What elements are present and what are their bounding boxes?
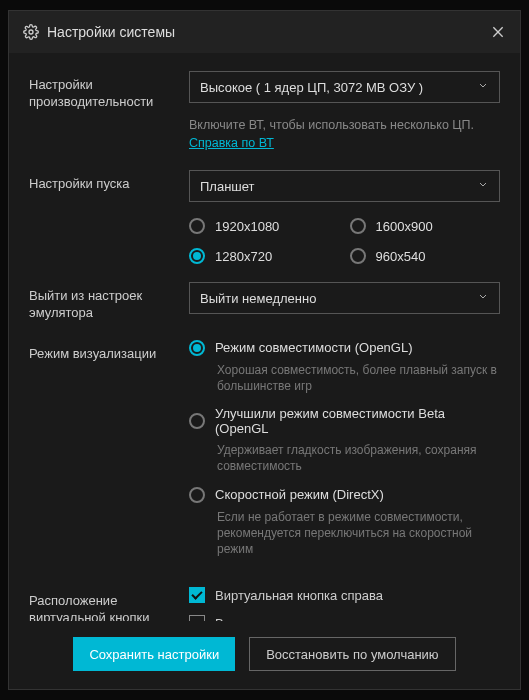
perf-select-value: Высокое ( 1 ядер ЦП, 3072 МВ ОЗУ ) bbox=[200, 80, 423, 95]
resolution-radio[interactable]: 1280x720 bbox=[189, 248, 340, 264]
reset-button[interactable]: Восстановить по умолчанию bbox=[249, 637, 455, 671]
chevron-down-icon bbox=[477, 179, 489, 194]
vis-radio[interactable]: Режим совместимости (OpenGL) bbox=[189, 340, 500, 356]
radio-icon bbox=[189, 248, 205, 264]
vt-help-link[interactable]: Справка по ВТ bbox=[189, 136, 274, 150]
footer: Сохранить настройки Восстановить по умол… bbox=[9, 621, 520, 689]
settings-body: Настройки производительности Высокое ( 1… bbox=[9, 53, 520, 621]
vis-option-hint: Хорошая совместимость, более плавный зап… bbox=[217, 362, 500, 394]
radio-icon bbox=[189, 413, 205, 429]
exit-label: Выйти из настроек эмулятора bbox=[29, 282, 189, 322]
window-title: Настройки системы bbox=[47, 24, 490, 40]
chevron-down-icon bbox=[477, 291, 489, 306]
perf-select[interactable]: Высокое ( 1 ядер ЦП, 3072 МВ ОЗУ ) bbox=[189, 71, 500, 103]
titlebar: Настройки системы bbox=[9, 11, 520, 53]
vis-group: Режим совместимости (OpenGL)Хорошая совм… bbox=[189, 340, 500, 569]
gear-icon bbox=[23, 24, 39, 40]
exit-select[interactable]: Выйти немедленно bbox=[189, 282, 500, 314]
vis-radio[interactable]: Улучшили режим совместимости Beta (OpenG… bbox=[189, 406, 500, 436]
radio-icon bbox=[189, 218, 205, 234]
vbtn-right-label: Виртуальная кнопка справа bbox=[215, 588, 383, 603]
save-button[interactable]: Сохранить настройки bbox=[73, 637, 235, 671]
vis-option-label: Улучшили режим совместимости Beta (OpenG… bbox=[215, 406, 500, 436]
radio-icon bbox=[350, 218, 366, 234]
checkbox-icon bbox=[189, 587, 205, 603]
vbtn-label: Расположение виртуальной кнопки bbox=[29, 587, 189, 621]
vis-option-hint: Если не работает в режиме совместимости,… bbox=[217, 509, 500, 558]
exit-select-value: Выйти немедленно bbox=[200, 291, 316, 306]
resolution-label: 1600x900 bbox=[376, 219, 433, 234]
launch-label: Настройки пуска bbox=[29, 170, 189, 193]
radio-icon bbox=[189, 487, 205, 503]
vbtn-right-checkbox[interactable]: Виртуальная кнопка справа bbox=[189, 587, 500, 603]
radio-icon bbox=[189, 340, 205, 356]
close-button[interactable] bbox=[490, 24, 506, 40]
perf-label: Настройки производительности bbox=[29, 71, 189, 111]
launch-select-value: Планшет bbox=[200, 179, 255, 194]
settings-window: Настройки системы Настройки производител… bbox=[8, 10, 521, 690]
chevron-down-icon bbox=[477, 80, 489, 95]
resolution-grid: 1920x10801600x9001280x720960x540 bbox=[189, 218, 500, 264]
resolution-label: 1280x720 bbox=[215, 249, 272, 264]
vis-option-hint: Удерживает гладкость изображения, сохран… bbox=[217, 442, 500, 474]
vis-radio[interactable]: Скоростной режим (DirectX) bbox=[189, 487, 500, 503]
resolution-radio[interactable]: 1600x900 bbox=[350, 218, 501, 234]
resolution-label: 960x540 bbox=[376, 249, 426, 264]
launch-select[interactable]: Планшет bbox=[189, 170, 500, 202]
svg-point-0 bbox=[29, 30, 33, 34]
vis-option-label: Скоростной режим (DirectX) bbox=[215, 487, 384, 502]
vis-label: Режим визуализации bbox=[29, 340, 189, 363]
resolution-label: 1920x1080 bbox=[215, 219, 279, 234]
vis-option-label: Режим совместимости (OpenGL) bbox=[215, 340, 413, 355]
resolution-radio[interactable]: 960x540 bbox=[350, 248, 501, 264]
perf-hint: Включите ВТ, чтобы использовать нескольк… bbox=[189, 117, 500, 152]
radio-icon bbox=[350, 248, 366, 264]
resolution-radio[interactable]: 1920x1080 bbox=[189, 218, 340, 234]
